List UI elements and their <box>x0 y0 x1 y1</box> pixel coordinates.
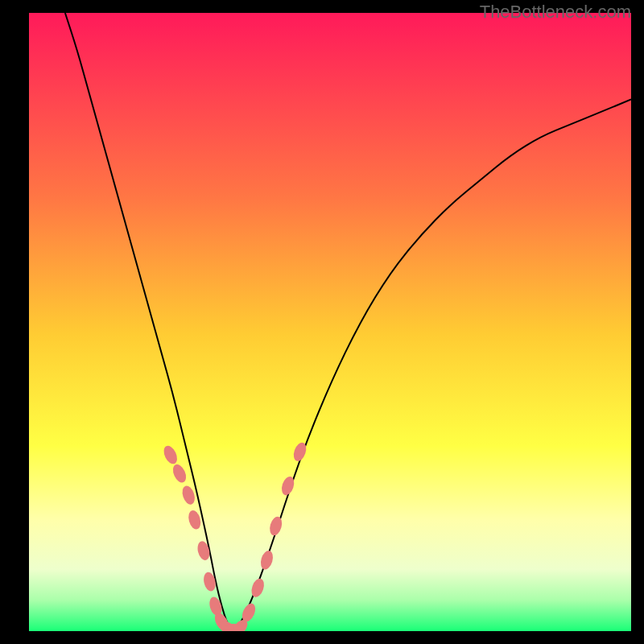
chart-svg <box>29 13 631 631</box>
bottleneck-chart <box>29 13 631 631</box>
gradient-background <box>29 13 631 631</box>
watermark-text: TheBottleneck.com <box>480 2 631 23</box>
